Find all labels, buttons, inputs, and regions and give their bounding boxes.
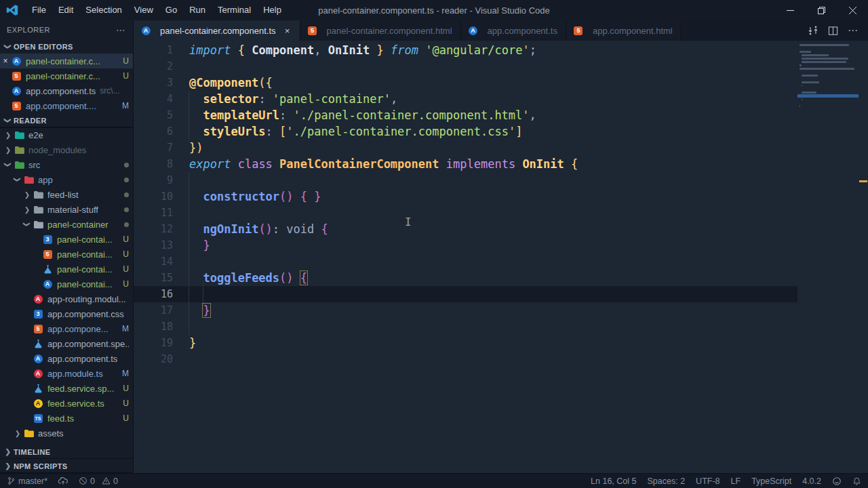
tree-item-label: feed.ts xyxy=(47,413,74,424)
git-branch-status[interactable]: master* xyxy=(7,474,47,488)
open-changes-icon[interactable] xyxy=(808,25,818,36)
status-utf-8[interactable]: UTF-8 xyxy=(696,474,719,488)
code-line-3: 3@Component({ xyxy=(134,75,868,91)
tab-panel-container.component.html[interactable]: 5panel-container.component.html xyxy=(300,20,461,41)
tree-item-nodemodules[interactable]: ❯node_modules xyxy=(0,142,133,157)
folder-assets-icon xyxy=(23,428,34,439)
more-actions-icon[interactable]: ⋯ xyxy=(848,24,859,37)
tree-item-label: app.compone... xyxy=(47,324,108,334)
split-editor-icon[interactable] xyxy=(828,26,838,36)
code-line-20: 20 xyxy=(134,351,868,367)
tree-item-panel-container[interactable]: ❯panel-container xyxy=(0,217,133,232)
status-ln-16-col-5[interactable]: Ln 16, Col 5 xyxy=(591,474,636,488)
status-spaces-2[interactable]: Spaces: 2 xyxy=(648,474,686,488)
git-status-badge: U xyxy=(119,384,129,393)
tree-item-app-routing.modul...[interactable]: Aapp-routing.modul... xyxy=(0,291,133,306)
tab-panel-container.component.ts[interactable]: Apanel-container.component.ts× xyxy=(134,20,300,41)
folder-app-icon xyxy=(23,174,34,185)
ts-icon: TS xyxy=(33,413,43,424)
close-editor-icon[interactable]: × xyxy=(0,56,11,66)
tab-app.component.html[interactable]: 5app.component.html xyxy=(566,20,682,41)
git-status-badge: U xyxy=(119,249,129,259)
errors-icon xyxy=(79,476,87,485)
status-lf[interactable]: LF xyxy=(731,474,741,488)
open-editor-item[interactable]: 5panel-container.c...U xyxy=(0,68,133,83)
close-tab-icon[interactable]: × xyxy=(282,26,293,36)
explorer-sidebar: EXPLORER ⋯ ❯ OPEN EDITORS ×Apanel-contai… xyxy=(0,20,134,473)
section-timeline[interactable]: ❯TIMELINE xyxy=(0,445,133,459)
tree-item-app.module.ts[interactable]: Aapp.module.tsM xyxy=(0,366,133,381)
minimap-line xyxy=(800,68,854,70)
code-editor[interactable]: 1import { Component, OnInit } from '@ang… xyxy=(134,41,868,473)
tree-item-src[interactable]: ❯src xyxy=(0,157,133,172)
status-typescript[interactable]: TypeScript xyxy=(751,474,791,488)
minimize-button[interactable] xyxy=(774,0,806,20)
tree-item-feed-list[interactable]: ❯feed-list xyxy=(0,187,133,202)
tree-item-feed.service.ts[interactable]: Afeed.service.tsU xyxy=(0,396,133,411)
restore-button[interactable] xyxy=(806,0,837,20)
tree-item-material-stuff[interactable]: ❯material-stuff xyxy=(0,202,133,217)
menu-edit[interactable]: Edit xyxy=(52,0,79,20)
git-changes-dot xyxy=(124,222,129,227)
tree-item-app[interactable]: ❯app xyxy=(0,172,133,187)
open-editors-header[interactable]: ❯ OPEN EDITORS xyxy=(0,39,133,54)
angular-blue-icon: A xyxy=(42,279,53,289)
menu-selection[interactable]: Selection xyxy=(79,0,127,20)
menu-run[interactable]: Run xyxy=(183,0,212,20)
tree-item-assets[interactable]: ❯assets xyxy=(0,426,133,441)
tab-app.component.ts[interactable]: Aapp.component.ts xyxy=(461,20,566,41)
tree-item-panel-contai...[interactable]: Apanel-contai...U xyxy=(0,277,133,291)
tree-item-label: panel-container xyxy=(47,220,108,230)
tree-item-app.component.spe...[interactable]: app.component.spe... xyxy=(0,336,133,351)
menu-terminal[interactable]: Terminal xyxy=(212,0,257,20)
chevron-spacer xyxy=(22,368,33,379)
close-window-button[interactable] xyxy=(837,0,868,20)
code-line-8: 8export class PanelContainerComponent im… xyxy=(134,156,868,172)
menu-view[interactable]: View xyxy=(128,0,159,20)
menu-help[interactable]: Help xyxy=(257,0,288,20)
angular-blue-icon: A xyxy=(140,25,151,36)
tree-item-app.component.ts[interactable]: Aapp.component.ts xyxy=(0,351,133,366)
tree-item-panel-contai...[interactable]: 3panel-contai...U xyxy=(0,232,133,247)
tree-item-label: panel-contai... xyxy=(57,249,113,260)
tree-item-panel-contai...[interactable]: panel-contai...U xyxy=(0,262,133,277)
tree-item-e2e[interactable]: ❯e2e xyxy=(0,127,133,142)
open-editor-item[interactable]: 5app.component....M xyxy=(0,98,133,113)
tree-item-label: feed.service.sp... xyxy=(47,384,114,394)
angular-blue-icon: A xyxy=(11,85,22,96)
editor-scrollbar[interactable] xyxy=(859,41,868,473)
menu-go[interactable]: Go xyxy=(159,0,183,20)
tab-label: panel-container.component.html xyxy=(327,26,454,36)
open-editor-item[interactable]: Aapp.component.tssrc\... xyxy=(0,83,133,98)
line-number: 19 xyxy=(134,335,189,351)
tree-item-panel-contai...[interactable]: 5panel-contai...U xyxy=(0,247,133,262)
tree-item-app.component.css[interactable]: 3app.component.css xyxy=(0,306,133,321)
section-npm-scripts[interactable]: ❯NPM SCRIPTS xyxy=(0,459,133,473)
explorer-more-actions-icon[interactable]: ⋯ xyxy=(116,24,126,35)
notifications-bell-icon[interactable] xyxy=(852,474,861,488)
folder-icon xyxy=(33,189,43,200)
html-icon: 5 xyxy=(573,25,584,36)
feedback-icon[interactable] xyxy=(832,474,842,488)
status-4-0-2[interactable]: 4.0.2 xyxy=(802,474,821,488)
minimap-line xyxy=(802,61,847,63)
folder-section-header[interactable]: ❯ READER xyxy=(0,113,133,127)
tree-item-label: e2e xyxy=(28,130,43,140)
tree-item-feed.ts[interactable]: TSfeed.tsU xyxy=(0,411,133,426)
tree-item-feed.service.sp...[interactable]: feed.service.sp...U xyxy=(0,381,133,396)
menu-file[interactable]: File xyxy=(26,0,52,20)
code-text: export class PanelContainerComponent imp… xyxy=(189,156,578,172)
code-line-7: 7}) xyxy=(134,140,868,156)
angular-blue-icon: A xyxy=(11,56,22,66)
minimap[interactable] xyxy=(797,41,859,473)
open-editor-item[interactable]: ×Apanel-container.c...U xyxy=(0,54,133,68)
tree-item-app.compone...[interactable]: 5app.compone...M xyxy=(0,321,133,336)
line-number: 11 xyxy=(134,205,189,221)
problems-status[interactable]: 0 0 xyxy=(79,474,118,488)
code-line-1: 1import { Component, OnInit } from '@ang… xyxy=(134,42,868,58)
code-line-9: 9 xyxy=(134,172,868,188)
sync-changes-button[interactable] xyxy=(58,474,68,488)
open-editor-label: panel-container.c... xyxy=(26,56,100,66)
git-status-badge: M xyxy=(118,324,129,333)
git-status-badge: U xyxy=(119,56,129,66)
